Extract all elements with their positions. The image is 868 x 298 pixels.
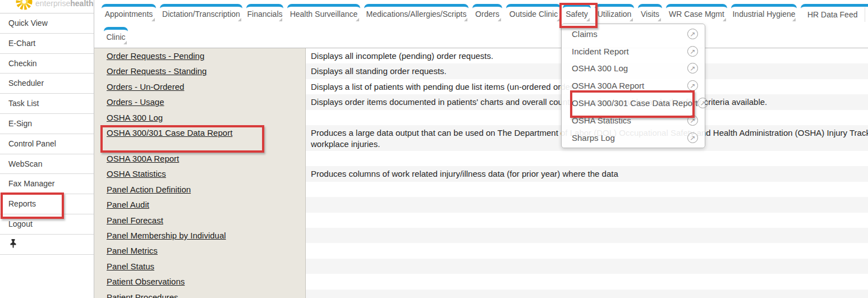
sidebar-item[interactable]: Scheduler [0, 74, 94, 94]
module-tab[interactable]: Financials [246, 4, 283, 22]
report-link-cell: Order Requests - Pending [94, 48, 306, 63]
module-tab[interactable]: Orders [472, 4, 502, 22]
module-tab[interactable]: Visits [638, 4, 662, 22]
tab-corner-chevron-icon [123, 41, 127, 44]
sidebar-item-pin[interactable] [0, 235, 94, 255]
report-link-cell: Order Requests - Standing [94, 63, 306, 79]
open-in-new-circle-icon[interactable]: ↗ [687, 115, 698, 126]
module-tab[interactable]: Safety [563, 4, 591, 22]
report-link[interactable]: Panel Metrics [107, 246, 158, 255]
report-link[interactable]: OSHA Statistics [107, 169, 166, 178]
sidebar-item-label: E-Chart [8, 39, 35, 48]
report-link[interactable]: Patient Procedures [107, 292, 178, 298]
tab-hr-data-feed[interactable]: HR Data Feed ↗ [801, 4, 868, 22]
report-link-cell: Panel Metrics [94, 243, 306, 258]
report-link[interactable]: Orders - Usage [107, 97, 164, 107]
safety-menu-item[interactable]: OSHA 300A Report ↗ [562, 77, 705, 94]
safety-menu-item-label: OSHA Statistics [572, 116, 631, 125]
module-tab-label: Outside Clinic [509, 10, 558, 19]
report-link[interactable]: OSHA 300A Report [107, 154, 179, 163]
open-in-new-circle-icon[interactable]: ↗ [687, 63, 698, 74]
module-tab-label: Industrial Hygiene [732, 10, 795, 19]
sidebar-item[interactable]: Task List [0, 94, 94, 114]
report-link-cell: Orders - Usage [94, 94, 306, 109]
sidebar-item[interactable]: Checkin [0, 54, 94, 74]
safety-menu-item[interactable]: Claims ↗ [562, 25, 705, 43]
sidebar-item[interactable]: Control Panel [0, 134, 94, 154]
report-link[interactable]: OSHA 300/301 Case Data Report [107, 128, 232, 137]
report-description-cell [306, 274, 868, 289]
tab-clinic[interactable]: Clinic [104, 27, 128, 45]
report-link[interactable]: Orders - Un-Ordered [107, 82, 184, 91]
sidebar-item[interactable]: E-Chart [0, 34, 94, 54]
open-in-new-circle-icon[interactable]: ↗ [687, 46, 698, 57]
tab-corner-chevron-icon [630, 18, 633, 21]
module-tab[interactable]: Outside Clinic [506, 4, 561, 22]
safety-menu-item[interactable]: OSHA 300/301 Case Data Report ↗ [562, 94, 705, 112]
report-link[interactable]: Panel Audit [107, 200, 149, 209]
module-tab[interactable]: Utilization [595, 4, 634, 22]
report-link[interactable]: Order Requests - Standing [107, 66, 206, 76]
module-tab-label: Medications/Allergies/Scripts [366, 10, 467, 19]
module-tab-label: Clinic [106, 33, 125, 42]
sidebar-item-label: Task List [8, 99, 39, 108]
table-row: Panel Membership by Individual [94, 228, 868, 243]
report-description-cell [306, 151, 868, 166]
report-description-cell [306, 197, 868, 212]
report-link-cell: OSHA 300 Log [94, 110, 306, 125]
sidebar-item-label: Control Panel [8, 139, 56, 148]
brand-logo: enterprisehealth [0, 0, 94, 13]
sidebar-item[interactable]: Logout [0, 214, 94, 235]
module-tab[interactable]: Industrial Hygiene [731, 4, 797, 22]
safety-menu-item-label: Incident Report [572, 47, 629, 56]
report-link-cell: Patient Procedures [94, 290, 306, 298]
table-row: OSHA 300/301 Case Data Report Produces a… [94, 125, 868, 151]
sidebar-item-label: Checkin [8, 59, 37, 68]
report-link-cell: Panel Status [94, 259, 306, 274]
table-row: Panel Forecast [94, 213, 868, 228]
module-tab[interactable]: Dictation/Transcription [160, 4, 242, 22]
open-in-new-circle-icon[interactable]: ↗ [687, 80, 698, 91]
module-tab-label: WR Case Mgmt [669, 10, 724, 19]
report-link[interactable]: Panel Status [107, 262, 154, 271]
report-link-cell: Panel Action Definition [94, 182, 306, 197]
brand-name: enterprisehealth [35, 0, 94, 8]
sidebar-item[interactable]: WebScan [0, 154, 94, 175]
report-link-cell: Panel Audit [94, 197, 306, 212]
module-tab[interactable]: Health Surveillance [287, 4, 360, 22]
module-tab-label: Dictation/Transcription [162, 10, 240, 19]
app-sidebar: enterprisehealth Quick View E-Chart Chec… [0, 0, 94, 298]
safety-dropdown-menu: Claims ↗ Incident Report ↗ OSHA 300 Log … [561, 24, 705, 148]
module-tab-label: Utilization [598, 10, 632, 19]
sidebar-item[interactable]: Reports [0, 194, 94, 214]
report-description-cell [306, 290, 868, 298]
safety-menu-item[interactable]: Incident Report ↗ [562, 43, 705, 60]
module-tab-label: Financials [247, 10, 282, 19]
report-description-cell [306, 259, 868, 274]
sidebar-item[interactable]: E-Sign [0, 114, 94, 134]
module-tab-bar: Appointments Dictation/Transcription Fin… [94, 0, 868, 48]
report-table: Order Requests - Pending Displays all in… [94, 48, 868, 298]
report-link[interactable]: Patient Observations [107, 277, 185, 286]
module-tab[interactable]: WR Case Mgmt [666, 4, 727, 22]
open-in-new-circle-icon[interactable]: ↗ [687, 132, 698, 143]
safety-menu-item-label: Claims [572, 29, 598, 39]
module-tab[interactable]: Appointments [102, 4, 156, 22]
report-link-cell: OSHA 300/301 Case Data Report [94, 125, 306, 151]
table-row: Order Requests - Pending Displays all in… [94, 48, 868, 63]
tab-corner-chevron-icon [279, 18, 282, 21]
report-link[interactable]: Panel Action Definition [107, 185, 191, 194]
table-row: OSHA Statistics Produces columns of work… [94, 166, 868, 181]
report-link[interactable]: Order Requests - Pending [107, 51, 204, 61]
report-link[interactable]: Panel Membership by Individual [107, 231, 226, 240]
safety-menu-item[interactable]: Sharps Log ↗ [562, 129, 705, 146]
safety-menu-item[interactable]: OSHA Statistics ↗ [562, 112, 705, 129]
report-link[interactable]: OSHA 300 Log [107, 113, 163, 122]
open-in-new-circle-icon[interactable]: ↗ [687, 29, 698, 39]
sidebar-item[interactable]: Fax Manager [0, 174, 94, 194]
safety-menu-item[interactable]: OSHA 300 Log ↗ [562, 60, 705, 77]
module-tab[interactable]: Medications/Allergies/Scripts [364, 4, 469, 22]
sidebar-item[interactable]: Quick View [0, 13, 94, 34]
report-link[interactable]: Panel Forecast [107, 216, 163, 225]
module-tab-label: Orders [475, 10, 499, 19]
